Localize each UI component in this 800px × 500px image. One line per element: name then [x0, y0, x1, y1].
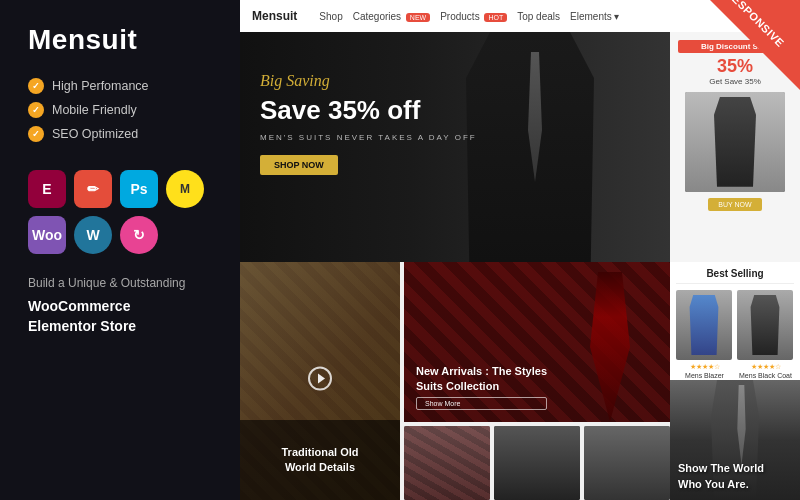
buy-now-button[interactable]: Buy Now	[708, 198, 761, 211]
nav-products[interactable]: Products HOT	[440, 11, 507, 22]
bs-product-image-2	[737, 290, 793, 360]
nav-top-deals[interactable]: Top deals	[517, 11, 560, 22]
bs-product-image-1	[676, 290, 732, 360]
shop-now-button[interactable]: Shop Now	[260, 155, 338, 175]
mailchimp-icon: M	[166, 170, 204, 208]
traditional-overlay: Traditional OldWorld Details	[240, 420, 400, 500]
hero-subtitle: Big Saving	[260, 72, 477, 90]
traditional-card: Traditional OldWorld Details	[240, 262, 400, 500]
left-panel: Mensuit ✓ High Perfomance ✓ Mobile Frien…	[0, 0, 240, 500]
pencil-icon: ✏	[74, 170, 112, 208]
woocommerce-icon: Woo	[28, 216, 66, 254]
nav-logo: Mensuit	[252, 9, 297, 23]
show-world-text: Show The World Who You Are.	[678, 461, 764, 492]
new-arrivals-title: New Arrivals : The StylesSuits Collectio…	[416, 364, 547, 393]
thumb-1	[404, 426, 490, 500]
best-selling-title: Best Selling	[676, 268, 794, 284]
hero-title: Save 35% off	[260, 96, 477, 125]
play-triangle-icon	[318, 374, 325, 384]
nav-shop[interactable]: Shop	[319, 11, 342, 22]
show-world-card: Show The World Who You Are.	[670, 380, 800, 500]
save-percentage: 35%	[717, 57, 753, 77]
feature-item-2: ✓ Mobile Friendly	[28, 102, 212, 118]
feature-label-2: Mobile Friendly	[52, 103, 137, 117]
new-arrivals-card: New Arrivals : The StylesSuits Collectio…	[404, 262, 670, 500]
play-button[interactable]	[308, 367, 332, 391]
plugin-icons: E ✏ Ps M Woo W ↻	[28, 170, 212, 254]
product-image-top	[685, 92, 785, 192]
bs-stars-1: ★★★★☆	[676, 363, 733, 371]
traditional-title: Traditional OldWorld Details	[281, 445, 358, 476]
middle-row: Traditional OldWorld Details New Arrival…	[240, 262, 670, 500]
feature-label-3: SEO Optimized	[52, 127, 138, 141]
hero-description: MEN'S SUITS NEVER TAKES A DAY OFF	[260, 133, 477, 142]
feature-list: ✓ High Perfomance ✓ Mobile Friendly ✓ SE…	[28, 78, 212, 150]
wordpress-icon: W	[74, 216, 112, 254]
sync-icon: ↻	[120, 216, 158, 254]
feature-label-1: High Perfomance	[52, 79, 149, 93]
thumb-3	[584, 426, 670, 500]
bs-stars-2: ★★★★☆	[737, 363, 794, 371]
bs-suit-img-2	[747, 295, 783, 355]
new-arrivals-bottom	[404, 426, 670, 500]
brand-title: Mensuit	[28, 24, 212, 56]
store-label: WooCommerceElementor Store	[28, 297, 212, 336]
show-more-button[interactable]: Show More	[416, 397, 547, 410]
check-icon-2: ✓	[28, 102, 44, 118]
thumb-2	[494, 426, 580, 500]
new-arrivals-label: New Arrivals : The StylesSuits Collectio…	[416, 364, 547, 410]
bs-suit-img-1	[686, 295, 722, 355]
build-text: Build a Unique & Outstanding WooCommerce…	[28, 274, 212, 336]
hero-section: Big Saving Save 35% off MEN'S SUITS NEVE…	[240, 32, 670, 262]
hero-content: Big Saving Save 35% off MEN'S SUITS NEVE…	[260, 72, 477, 175]
check-icon-3: ✓	[28, 126, 44, 142]
nav-categories[interactable]: Categories NEW	[353, 11, 430, 22]
save-label: Get Save 35%	[709, 77, 761, 86]
new-arrivals-top: New Arrivals : The StylesSuits Collectio…	[404, 262, 670, 422]
feature-item-3: ✓ SEO Optimized	[28, 126, 212, 142]
feature-item-1: ✓ High Perfomance	[28, 78, 212, 94]
elementor-icon: E	[28, 170, 66, 208]
nav-elements[interactable]: Elements ▾	[570, 11, 619, 22]
nav-menu: Shop Categories NEW Products HOT Top dea…	[319, 11, 619, 22]
check-icon-1: ✓	[28, 78, 44, 94]
main-content: Responsive Mensuit Shop Categories NEW P…	[240, 0, 800, 500]
photoshop-icon: Ps	[120, 170, 158, 208]
